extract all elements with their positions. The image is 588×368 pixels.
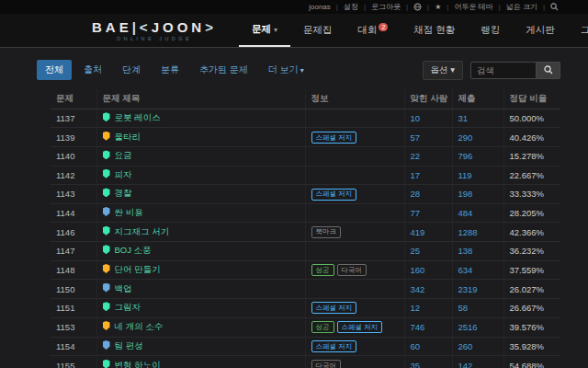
- theme-toggle[interactable]: 어두운 테마: [454, 2, 492, 12]
- submission-count-link[interactable]: 138: [458, 246, 473, 256]
- logout-link[interactable]: 로그아웃: [371, 2, 401, 12]
- solved-count-cell: 746: [404, 317, 452, 337]
- solved-count-link[interactable]: 160: [411, 265, 425, 275]
- tier-badge-icon: [103, 226, 110, 236]
- problem-title-link[interactable]: 로봇 레이스: [115, 112, 161, 122]
- solved-count-link[interactable]: 60: [411, 341, 421, 351]
- solved-count-link[interactable]: 10: [411, 113, 421, 123]
- solved-count-link[interactable]: 419: [411, 227, 425, 237]
- tab-더 보기[interactable]: 더 보기 ▾: [260, 60, 312, 80]
- problem-title-link[interactable]: 요금: [115, 150, 132, 160]
- tab-전체[interactable]: 전체: [37, 60, 72, 80]
- problem-info-cell: 북마크: [305, 223, 404, 242]
- solved-count-link[interactable]: 12: [411, 303, 421, 313]
- tab-분류[interactable]: 분류: [153, 60, 187, 80]
- width-toggle[interactable]: 넓은 크기: [506, 2, 537, 12]
- tier-badge-icon: [103, 321, 110, 330]
- problem-title-cell: 지그재그 서기: [96, 223, 305, 242]
- info-badge-special: 스페셜 저지: [311, 302, 357, 314]
- problem-title-link[interactable]: 피자: [115, 169, 132, 179]
- submission-count-link[interactable]: 484: [458, 208, 473, 218]
- submission-count-cell: 138: [452, 242, 503, 260]
- problem-title-link[interactable]: 경찰: [115, 188, 132, 198]
- problem-title-cell: 그림자: [96, 298, 305, 317]
- problem-id-cell: 1137: [51, 109, 96, 128]
- problem-id-cell: 1139: [51, 128, 96, 147]
- solved-count-link[interactable]: 28: [411, 189, 421, 199]
- nav-item-그룹[interactable]: 그룹: [568, 14, 588, 47]
- column-header: 제출: [452, 89, 503, 109]
- submission-count-link[interactable]: 142: [458, 361, 473, 368]
- table-row: 1139울타리스페셜 저지5729040.426%: [51, 128, 560, 147]
- problem-title-link[interactable]: 단어 만들기: [115, 264, 161, 274]
- solved-count-cell: 57: [404, 128, 452, 147]
- language-globe-icon[interactable]: [413, 3, 422, 11]
- submission-count-link[interactable]: 1288: [458, 227, 478, 237]
- problem-info-cell: [305, 166, 404, 184]
- solved-count-link[interactable]: 22: [411, 151, 421, 161]
- submission-count-link[interactable]: 2319: [458, 284, 478, 294]
- logo-subtitle: ONLINE JUDGE: [92, 36, 217, 41]
- star-icon[interactable]: ★: [435, 3, 441, 11]
- submission-count-link[interactable]: 290: [458, 132, 473, 143]
- nav-item-문제집[interactable]: 문제집: [290, 14, 345, 47]
- submission-count-link[interactable]: 260: [458, 341, 473, 351]
- username-link[interactable]: joonas: [309, 3, 331, 11]
- tab-출처[interactable]: 출처: [75, 60, 110, 80]
- problem-title-link[interactable]: 팀 편성: [115, 340, 143, 351]
- ratio-cell: 35.928%: [503, 337, 560, 356]
- problem-search-input[interactable]: [470, 62, 537, 79]
- nav-item-게시판[interactable]: 게시판: [513, 14, 568, 47]
- solved-count-cell: 22: [404, 147, 452, 166]
- ratio-cell: 40.426%: [503, 128, 560, 147]
- nav-item-대회[interactable]: 대회2: [345, 14, 401, 47]
- solved-count-link[interactable]: 746: [411, 322, 425, 332]
- baekjoon-logo[interactable]: BAE|<JOON> ONLINE JUDGE: [92, 19, 217, 41]
- filter-right-group: 옵션 ▾: [423, 61, 560, 80]
- solved-count-link[interactable]: 342: [411, 284, 425, 294]
- table-row: 1147BOJ 소풍2513836.232%: [51, 242, 560, 260]
- info-badge-multi: 북마크: [311, 226, 342, 238]
- search-icon[interactable]: [550, 3, 559, 11]
- problem-title-link[interactable]: 백업: [115, 283, 132, 293]
- problem-title-link[interactable]: 지그재그 서기: [115, 226, 170, 236]
- solved-count-link[interactable]: 57: [411, 132, 421, 143]
- main-nav: 문제▾문제집대회2채점 현황랭킹게시판그룹블로그강의: [239, 14, 588, 47]
- problem-title-link[interactable]: 싼 비용: [115, 207, 143, 217]
- solved-count-link[interactable]: 35: [411, 361, 421, 368]
- tier-badge-icon: [103, 188, 110, 197]
- problem-title-link[interactable]: 네 개의 소수: [115, 321, 164, 331]
- settings-link[interactable]: 설정: [344, 2, 358, 12]
- info-badge-special: 스페셜 저지: [337, 321, 383, 333]
- submission-count-link[interactable]: 58: [458, 303, 469, 313]
- problem-title-link[interactable]: 그림자: [115, 302, 141, 312]
- problem-title-link[interactable]: BOJ 소풍: [115, 245, 152, 255]
- submission-count-link[interactable]: 2516: [458, 322, 478, 332]
- solved-count-link[interactable]: 77: [411, 208, 421, 218]
- submission-count-link[interactable]: 198: [458, 189, 473, 199]
- divider: |: [543, 3, 545, 11]
- problem-info-cell: 성공스페셜 저지: [305, 317, 404, 337]
- submission-count-link[interactable]: 796: [458, 151, 473, 161]
- submission-count-link[interactable]: 634: [458, 265, 473, 275]
- ratio-cell: 28.205%: [503, 203, 560, 222]
- tab-추가된 문제[interactable]: 추가된 문제: [191, 60, 256, 80]
- nav-item-문제[interactable]: 문제▾: [239, 14, 290, 47]
- submission-count-link[interactable]: 31: [458, 113, 469, 123]
- tab-단계[interactable]: 단계: [114, 60, 149, 80]
- table-row: 1150백업342231926.027%: [51, 280, 560, 298]
- problem-title-link[interactable]: 울타리: [115, 132, 141, 142]
- solved-count-link[interactable]: 17: [411, 170, 421, 180]
- tier-badge-icon: [103, 150, 110, 159]
- problem-id-cell: 1143: [51, 185, 96, 204]
- solved-count-link[interactable]: 25: [411, 246, 421, 256]
- problem-search-button[interactable]: [537, 62, 560, 79]
- problem-title-link[interactable]: 변형 하노이: [115, 360, 161, 368]
- submission-count-cell: 58: [452, 298, 503, 317]
- nav-item-랭킹[interactable]: 랭킹: [468, 14, 513, 47]
- submission-count-link[interactable]: 119: [458, 170, 472, 180]
- options-button[interactable]: 옵션 ▾: [423, 61, 463, 80]
- nav-item-채점 현황[interactable]: 채점 현황: [401, 14, 468, 47]
- solved-count-cell: 10: [404, 109, 452, 128]
- submission-count-cell: 198: [452, 185, 503, 204]
